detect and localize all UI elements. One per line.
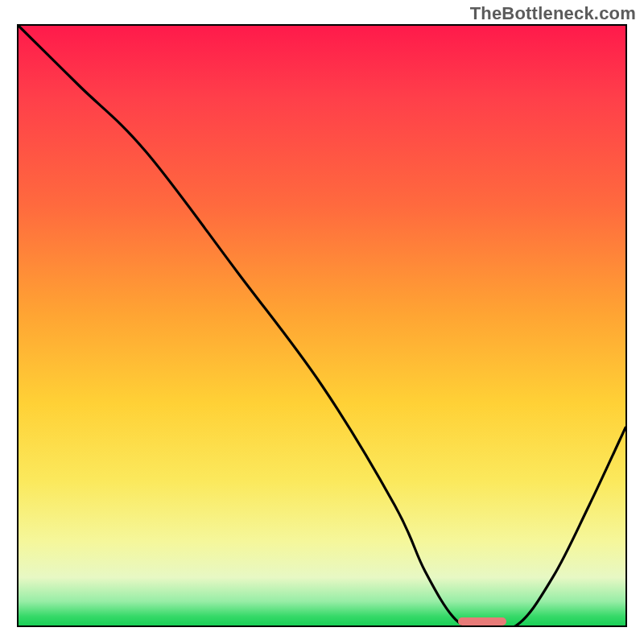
chart-stage: TheBottleneck.com bbox=[0, 0, 644, 644]
plot-area bbox=[17, 24, 627, 627]
optimal-range-marker bbox=[458, 617, 507, 625]
bottleneck-curve bbox=[19, 26, 625, 625]
watermark-text: TheBottleneck.com bbox=[470, 3, 636, 24]
